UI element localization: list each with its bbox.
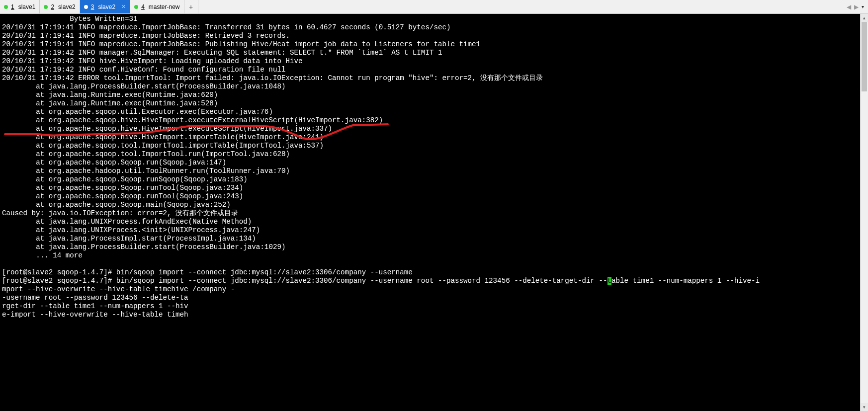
tab-list-dropdown-icon[interactable]: ▾ — [862, 4, 864, 9]
connection-status-icon — [4, 5, 8, 9]
tab-master-new[interactable]: 4 master-new — [130, 0, 184, 13]
connection-status-icon — [84, 5, 88, 9]
connection-status-icon — [44, 5, 48, 9]
connection-status-icon — [134, 5, 138, 9]
terminal-cursor: t — [608, 277, 612, 285]
tab-label: master-new — [149, 3, 180, 10]
new-tab-button[interactable]: + — [184, 0, 198, 13]
terminal-area[interactable]: Bytes Written=31 20/10/31 17:19:41 INFO … — [0, 14, 868, 411]
scroll-left-icon[interactable]: ◀ — [847, 3, 851, 10]
scroll-down-button[interactable]: ▾ — [861, 403, 868, 411]
scrollbar-thumb[interactable] — [862, 22, 867, 91]
tab-number: 2 — [51, 3, 54, 10]
tab-number: 3 — [91, 3, 94, 10]
tab-slave1[interactable]: 1 slave1 — [0, 0, 40, 13]
tab-label: slave2 — [98, 3, 115, 10]
tabbar-right-controls: ◀ ▶ ▾ — [843, 0, 868, 13]
tab-slave2[interactable]: 3 slave2✕ — [80, 0, 130, 13]
close-tab-icon[interactable]: ✕ — [121, 3, 126, 10]
terminal-output[interactable]: Bytes Written=31 20/10/31 17:19:41 INFO … — [0, 14, 764, 320]
tab-label: slave2 — [58, 3, 76, 10]
vertical-scrollbar[interactable]: ▴ ▾ — [860, 14, 868, 411]
tab-number: 1 — [11, 3, 14, 10]
tab-label: slave1 — [18, 3, 36, 10]
scroll-up-button[interactable]: ▴ — [861, 14, 868, 22]
scroll-right-icon[interactable]: ▶ — [854, 3, 859, 10]
scrollbar-track[interactable] — [861, 22, 868, 403]
tab-bar: 1 slave12 slave23 slave2✕4 master-new + … — [0, 0, 868, 14]
tab-slave2[interactable]: 2 slave2 — [40, 0, 80, 13]
tab-number: 4 — [141, 3, 145, 10]
